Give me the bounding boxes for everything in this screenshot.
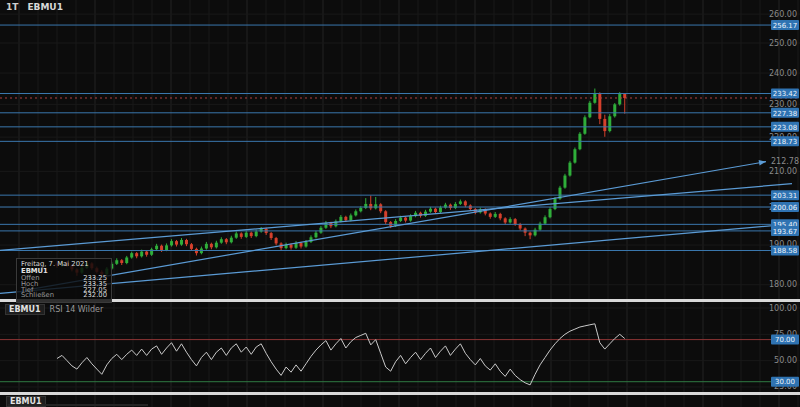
candle-body — [195, 249, 198, 253]
rsi-symbol-tag[interactable]: EBMU1 — [5, 304, 45, 315]
candle-body — [300, 243, 303, 246]
candle-body — [613, 104, 616, 116]
price-tick-label: 250.00 — [769, 39, 797, 48]
candle-body — [563, 176, 566, 188]
price-badge-label: 188.58 — [773, 247, 798, 255]
candle-body — [549, 209, 552, 217]
candle-body — [568, 163, 571, 176]
candle-body — [409, 216, 412, 220]
candle-body — [344, 217, 347, 220]
candle-body — [504, 218, 507, 222]
price-badge-label: 200.06 — [773, 204, 798, 212]
candle-body — [339, 217, 342, 221]
candle-body — [205, 244, 208, 249]
clipped-text-fragment — [8, 404, 148, 406]
candle-body — [155, 246, 158, 249]
candle-body — [354, 211, 357, 215]
candle-body — [459, 201, 462, 204]
rsi-pane-header: EBMU1 RSI 14 Wilder — [5, 304, 103, 315]
price-tick-label: 260.00 — [769, 10, 797, 19]
candle-body — [160, 246, 163, 250]
candle-body — [190, 244, 193, 249]
candle-body — [240, 233, 243, 236]
candle-body — [175, 241, 178, 244]
candle-body — [618, 94, 621, 104]
candle-body — [349, 215, 352, 220]
candle-body — [494, 214, 497, 217]
pane-divider — [0, 299, 800, 302]
candle-body — [165, 245, 168, 250]
candle-body — [369, 204, 372, 208]
rsi-tick-label: 50.00 — [774, 356, 797, 365]
price-badge-label: 218.73 — [773, 138, 798, 146]
candle-body — [270, 233, 273, 238]
candle-body — [379, 204, 382, 211]
close-label: Schließen — [21, 293, 54, 299]
candle-body — [140, 252, 143, 257]
candle-body — [573, 149, 576, 162]
price-badge-label: 233.42 — [773, 90, 798, 98]
candle-body — [434, 209, 437, 212]
candle-body — [230, 238, 233, 243]
price-tick-label: 180.00 — [769, 280, 797, 289]
price-badge-label: 223.08 — [773, 124, 798, 132]
candle-body — [499, 214, 502, 218]
candle-body — [404, 218, 407, 221]
rsi-badge-label: 30.00 — [775, 378, 795, 386]
candle-body — [275, 238, 278, 243]
price-tick-label: 240.00 — [769, 69, 797, 78]
candle-body — [180, 240, 183, 245]
rsi-tick-label: 100.00 — [769, 304, 797, 313]
close-value: 232.00 — [83, 293, 107, 299]
trendline — [0, 184, 792, 251]
candle-body — [583, 117, 586, 133]
chart-canvas[interactable]: 260.00250.00240.00230.00220.00210.00200.… — [0, 0, 800, 407]
candle-body — [399, 218, 402, 221]
candle-body — [588, 103, 591, 118]
candle-body — [489, 214, 492, 217]
candle-body — [210, 244, 213, 247]
price-badge-label: 203.31 — [773, 192, 798, 200]
candle-body — [359, 208, 362, 211]
candle-body — [603, 119, 606, 131]
candle-body — [235, 233, 238, 237]
chart-window: 260.00250.00240.00230.00220.00210.00200.… — [0, 0, 800, 407]
trendline — [0, 224, 792, 293]
trendline-price-label: 212.78 — [771, 157, 799, 166]
candle-body — [120, 260, 123, 263]
price-badge-label: 256.17 — [773, 22, 798, 30]
candle-body — [374, 204, 377, 208]
price-badge-label: 227.38 — [773, 110, 798, 118]
candle-body — [130, 253, 133, 257]
tooltip-row-close: Schließen 232.00 — [21, 293, 107, 299]
candle-body — [255, 232, 258, 237]
candle-body — [514, 219, 517, 224]
price-badge-label: 193.67 — [773, 228, 798, 236]
candle-body — [145, 252, 148, 255]
candle-body — [135, 253, 138, 256]
symbol-label[interactable]: EBMU1 — [27, 2, 63, 12]
candle-body — [314, 233, 317, 238]
candle-body — [529, 233, 532, 236]
candle-body — [290, 245, 293, 248]
ohlc-tooltip: Freitag, 7. Mai 2021 EBMU1 Offen 233.25 … — [16, 258, 112, 303]
candle-body — [185, 240, 188, 244]
timeframe-label[interactable]: 1T — [6, 2, 18, 12]
candle-body — [115, 260, 118, 264]
candle-body — [220, 239, 223, 242]
candle-body — [544, 217, 547, 223]
pane-divider — [0, 392, 800, 395]
price-tick-label: 210.00 — [769, 167, 797, 176]
candle-body — [464, 201, 467, 205]
candle-body — [608, 116, 611, 131]
rsi-indicator-label: RSI 14 Wilder — [50, 305, 104, 314]
candle-body — [319, 228, 322, 233]
candle-body — [384, 211, 387, 222]
candle-body — [623, 94, 626, 98]
candle-body — [125, 257, 128, 263]
price-tick-label: 230.00 — [769, 100, 797, 109]
candle-body — [305, 242, 308, 247]
rsi-line — [57, 324, 625, 385]
symbol-bar: 1TEBMU1 — [6, 2, 63, 12]
candle-body — [429, 209, 432, 212]
